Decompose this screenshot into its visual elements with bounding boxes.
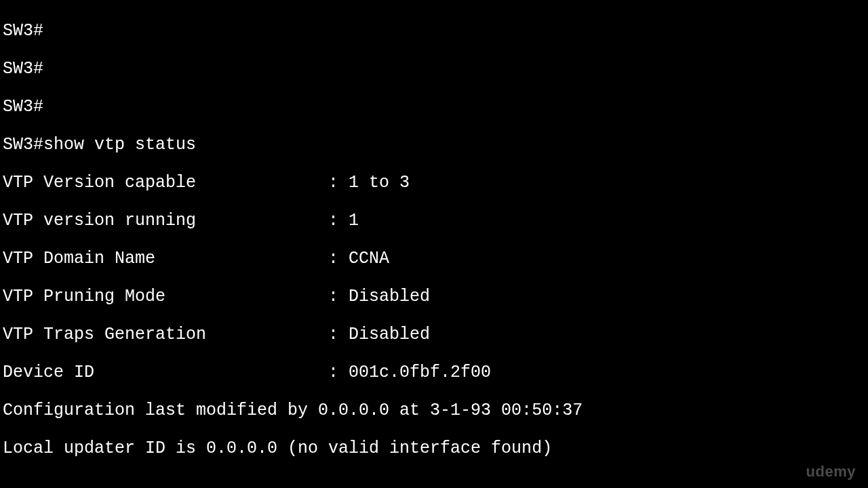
vtp-row-1: VTP version running : 1 [3, 211, 865, 230]
watermark-logo: udemy [806, 462, 856, 481]
config-modified: Configuration last modified by 0.0.0.0 a… [3, 401, 865, 420]
blank-line [3, 477, 865, 488]
terminal-output[interactable]: SW3# SW3# SW3# SW3#show vtp status VTP V… [0, 0, 868, 488]
vtp-row-5: Device ID : 001c.0fbf.2f00 [3, 363, 865, 382]
local-updater: Local updater ID is 0.0.0.0 (no valid in… [3, 439, 865, 458]
vtp-row-4: VTP Traps Generation : Disabled [3, 325, 865, 344]
prompt-line: SW3# [3, 22, 865, 41]
prompt-line: SW3# [3, 98, 865, 117]
command-line: SW3#show vtp status [3, 136, 865, 155]
vtp-row-0: VTP Version capable : 1 to 3 [3, 174, 865, 192]
vtp-row-2: VTP Domain Name : CCNA [3, 249, 865, 268]
prompt-line: SW3# [3, 60, 865, 79]
vtp-row-3: VTP Pruning Mode : Disabled [3, 287, 865, 306]
